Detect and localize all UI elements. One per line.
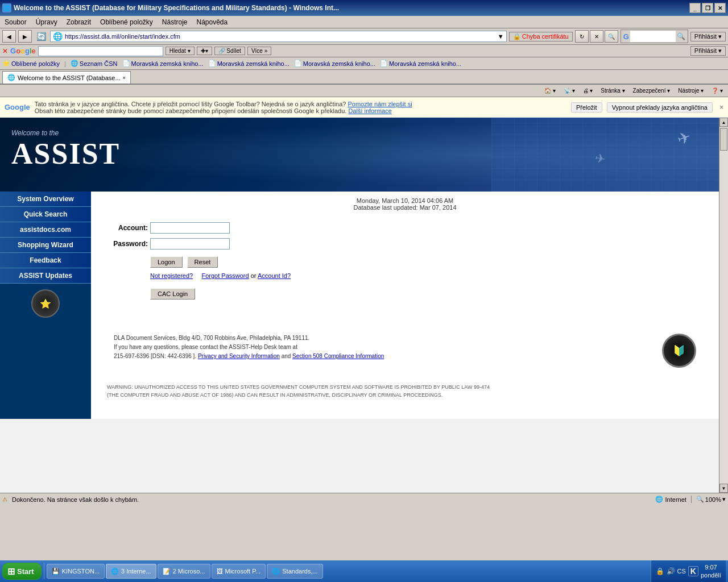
print-button[interactable]: 🖨 ▾ bbox=[580, 86, 596, 95]
close-tab-x[interactable]: ✕ bbox=[2, 47, 8, 55]
system-clock[interactable]: 9:07 pondělí bbox=[701, 563, 721, 580]
menu-upravy[interactable]: Úpravy bbox=[34, 17, 60, 27]
fav-seznam-csn[interactable]: 🌐 Seznam ČSN bbox=[71, 60, 118, 67]
start-button[interactable]: ⊞ Start bbox=[2, 563, 42, 580]
content-with-sidebar: System Overview Quick Search assistdocs.… bbox=[0, 192, 719, 419]
google-toolbar-search-input[interactable] bbox=[38, 46, 163, 56]
menu-soubor[interactable]: Soubor bbox=[2, 17, 29, 27]
dla-seal: 🔰 bbox=[662, 334, 696, 368]
translate-close-button[interactable]: × bbox=[719, 103, 723, 111]
menu-zobrazit[interactable]: Zobrazit bbox=[64, 17, 93, 27]
cert-error-button[interactable]: 🔒 Chyba certifikátu bbox=[509, 32, 573, 41]
not-registered-link[interactable]: Not registered? bbox=[150, 272, 193, 279]
account-input[interactable] bbox=[150, 222, 230, 234]
system-tray: 🔒 🔊 CS K 9:07 pondělí bbox=[651, 560, 726, 582]
tab-icon: 🌐 bbox=[7, 74, 15, 81]
taskbar-standards[interactable]: 🌐 Standards,... bbox=[267, 564, 322, 579]
scroll-track[interactable] bbox=[719, 127, 728, 484]
google-search-box[interactable]: G 🔍 bbox=[621, 30, 688, 43]
improve-link[interactable]: Pomozte nám zlepšit si bbox=[348, 101, 412, 107]
sidebar-item-assistdocs[interactable]: assistdocs.com bbox=[0, 222, 91, 238]
google-toolbar: ✕ Google Hledat ▾ ✚▾ 🔗 Sdílet Více » Při… bbox=[0, 45, 728, 57]
security-zone: 🌐 Internet bbox=[655, 496, 686, 503]
time-display: 9:07 bbox=[701, 563, 721, 571]
privacy-link[interactable]: Privacy and Security Information bbox=[198, 353, 280, 359]
fav-moravska-3[interactable]: 📄 Moravská zemská kniho... bbox=[294, 60, 375, 67]
close-button[interactable]: ✕ bbox=[714, 3, 726, 13]
taskbar-word[interactable]: 📝 2 Microso... bbox=[158, 564, 210, 579]
search-btn[interactable]: 🔍 bbox=[605, 30, 618, 43]
sidebar-item-assist-updates[interactable]: ASSIST Updates bbox=[0, 268, 91, 284]
prihlasit-button[interactable]: Přihlásit ▾ bbox=[690, 32, 726, 41]
ie-nav-buttons[interactable]: ↻ ✕ 🔍 bbox=[575, 30, 618, 43]
stranka-button[interactable]: Stránka ▾ bbox=[598, 86, 627, 95]
menu-oblibene[interactable]: Oblíbené položky bbox=[98, 17, 155, 27]
assist-logo-text: ASSIST bbox=[11, 137, 120, 171]
fav-moravska-2[interactable]: 📄 Moravská zemská kniho... bbox=[208, 60, 289, 67]
language-indicator[interactable]: CS bbox=[677, 568, 686, 575]
zabezpeceni-button[interactable]: Zabezpečení ▾ bbox=[630, 86, 673, 95]
menu-napoveda[interactable]: Nápověda bbox=[195, 17, 230, 27]
fav-moravska-4[interactable]: 📄 Moravská zemská kniho... bbox=[380, 60, 461, 67]
tab-assist[interactable]: 🌐 Welcome to the ASSIST (Database... × bbox=[2, 71, 131, 84]
reset-button[interactable]: Reset bbox=[187, 256, 218, 268]
password-input[interactable] bbox=[150, 238, 230, 250]
zoom-control[interactable]: 🔍 100% ▾ bbox=[691, 496, 726, 503]
start-label: Start bbox=[17, 567, 34, 576]
scroll-down-button[interactable]: ▼ bbox=[719, 484, 728, 493]
forward-button[interactable]: ▶ bbox=[18, 30, 32, 43]
sidebar-item-system-overview[interactable]: System Overview bbox=[0, 192, 91, 207]
vice-button[interactable]: Více » bbox=[247, 47, 271, 55]
taskbar: ⊞ Start 💾 KINGSTON... 🌐 3 Interne... 📝 2… bbox=[0, 560, 728, 582]
address-input[interactable]: 🌐 https://assist.dla.mil/online/start/in… bbox=[50, 31, 507, 42]
menu-nastroje[interactable]: Nástroje bbox=[160, 17, 190, 27]
welcome-to-text: Welcome to the bbox=[11, 129, 120, 137]
forgot-password-link[interactable]: Forgot Password bbox=[202, 272, 249, 279]
back-button[interactable]: ◀ bbox=[2, 30, 16, 43]
help-button[interactable]: ❓ ▾ bbox=[709, 86, 726, 95]
nastroje-button[interactable]: Nástroje ▾ bbox=[675, 86, 706, 95]
sidebar-item-shopping-wizard[interactable]: Shopping Wizard bbox=[0, 238, 91, 253]
stop-btn[interactable]: ✕ bbox=[590, 30, 603, 43]
minimize-button[interactable]: _ bbox=[689, 3, 701, 13]
pridat-button[interactable]: ✚▾ bbox=[197, 47, 212, 55]
home-button[interactable]: 🏠 ▾ bbox=[541, 86, 559, 95]
restore-button[interactable]: ❐ bbox=[702, 3, 713, 13]
logon-button[interactable]: Logon bbox=[150, 256, 183, 268]
account-id-link[interactable]: Account Id? bbox=[258, 272, 291, 279]
cac-login-button[interactable]: CAC Login bbox=[150, 288, 195, 300]
rss-button[interactable]: 📡 ▾ bbox=[561, 86, 578, 95]
k-icon: K bbox=[688, 566, 698, 576]
warning-text: WARNING: UNAUTHORIZED ACCESS TO THIS UNI… bbox=[102, 379, 500, 404]
taskbar-kingston[interactable]: 💾 KINGSTON... bbox=[47, 564, 105, 579]
google-logo: Google bbox=[10, 47, 36, 55]
header-imagery: ✈ ✈ bbox=[491, 118, 719, 192]
disable-translate-button[interactable]: Vypnout překlady jazyka angličtina bbox=[607, 102, 713, 113]
hledat-button[interactable]: Hledat ▾ bbox=[166, 47, 195, 55]
section508-link[interactable]: Section 508 Compliance Information bbox=[292, 353, 384, 359]
zoom-dropdown-icon[interactable]: ▾ bbox=[722, 496, 726, 503]
window-controls[interactable]: _ ❐ ✕ bbox=[689, 3, 726, 13]
more-info-link[interactable]: Další informace bbox=[348, 107, 391, 114]
refresh-button[interactable]: 🔄 bbox=[34, 30, 48, 43]
sdilet-button[interactable]: 🔗 Sdílet bbox=[214, 47, 245, 55]
prihlasit-google-button[interactable]: Přihlásit ▾ bbox=[690, 46, 726, 56]
date-display: Monday, March 10, 2014 04:06 AM Database… bbox=[102, 197, 708, 211]
refresh-btn2[interactable]: ↻ bbox=[575, 30, 589, 43]
sidebar-item-quick-search[interactable]: Quick Search bbox=[0, 207, 91, 222]
taskbar-powerpoint[interactable]: 🖼 Microsoft P... bbox=[212, 564, 266, 579]
translate-button[interactable]: Přeložit bbox=[571, 102, 602, 113]
sidebar-item-feedback[interactable]: Feedback bbox=[0, 253, 91, 268]
scroll-thumb[interactable] bbox=[720, 128, 727, 151]
taskbar-separator bbox=[44, 563, 44, 579]
tab-close-button[interactable]: × bbox=[123, 75, 126, 81]
status-text: Dokončeno. Na stránce však došlo k chybá… bbox=[12, 496, 651, 503]
scroll-up-button[interactable]: ▲ bbox=[719, 118, 728, 127]
browser-content: ✈ ✈ Welcome to the ASSIST System Overvie… bbox=[0, 118, 728, 493]
fav-oblibene[interactable]: ⭐ Oblíbené položky bbox=[2, 60, 60, 67]
taskbar-internet[interactable]: 🌐 3 Interne... bbox=[106, 564, 156, 579]
fav-moravska-1[interactable]: 📄 Moravská zemská kniho... bbox=[122, 60, 204, 67]
vertical-scrollbar[interactable]: ▲ ▼ bbox=[719, 118, 728, 493]
sound-tray-icon: 🔊 bbox=[667, 567, 675, 575]
google-search-input[interactable] bbox=[630, 31, 676, 42]
